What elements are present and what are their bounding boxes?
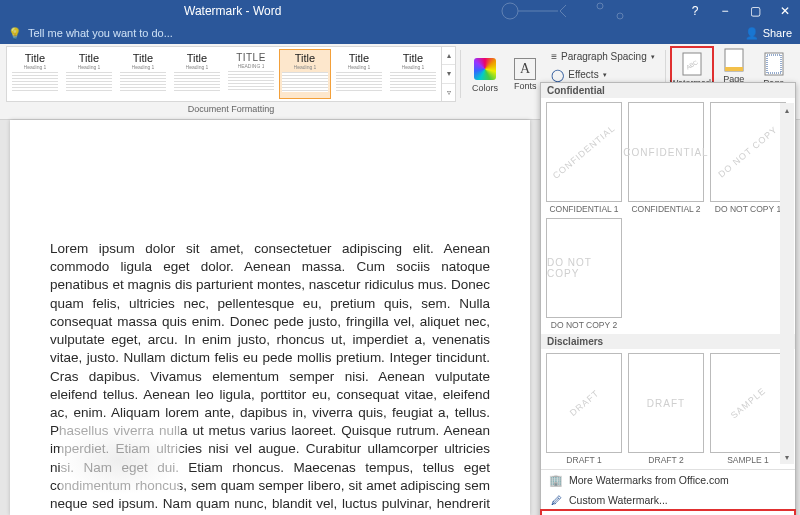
wm-caption: SAMPLE 1	[727, 455, 769, 465]
svg-point-1	[597, 3, 603, 9]
title-bar: Watermark - Word ? − ▢ ✕	[0, 0, 800, 22]
wm-thumb: CONFIDENTIAL	[628, 102, 704, 202]
gallery-scroll[interactable]: ▴ ▾ ▿	[442, 46, 456, 102]
scroll-down-icon[interactable]: ▾	[780, 450, 794, 464]
svg-rect-6	[725, 67, 743, 71]
tellme-input[interactable]: Tell me what you want to do...	[28, 27, 173, 39]
wm-thumb: DRAFT	[546, 353, 622, 453]
wm-text: CONFIDENTIAL	[623, 147, 708, 158]
close-button[interactable]: ✕	[770, 0, 800, 22]
document-page[interactable]: Lorem ipsum dolor sit amet, consectetuer…	[10, 120, 530, 515]
scroll-up-icon[interactable]: ▴	[780, 103, 794, 117]
gallery-more-icon[interactable]: ▿	[442, 84, 455, 101]
share-icon: 👤	[745, 27, 759, 40]
lightbulb-icon: 💡	[8, 27, 22, 40]
share-label: Share	[763, 27, 792, 39]
colors-label: Colors	[472, 84, 498, 93]
wm-section-header: Disclaimers	[541, 334, 795, 349]
window-title: Watermark - Word	[184, 4, 281, 18]
paragraph-spacing-button[interactable]: ≡Paragraph Spacing▾	[551, 48, 654, 65]
wm-thumb: DRAFT	[628, 353, 704, 453]
fonts-label: Fonts	[514, 82, 537, 91]
wm-item[interactable]: DO NOT COPYDO NOT COPY 1	[709, 102, 787, 214]
wm-text: DRAFT	[647, 398, 685, 409]
svg-rect-7	[765, 53, 783, 75]
watermark-menu: 🏢More Watermarks from Office.com 🖉Custom…	[541, 469, 795, 515]
office-icon: 🏢	[549, 473, 563, 487]
wm-item[interactable]: SAMPLESAMPLE 1	[709, 353, 787, 465]
watermark-icon: ABC	[679, 51, 705, 77]
style-thumb-6[interactable]: TitleHeading 1	[333, 49, 385, 99]
colors-icon	[472, 56, 498, 82]
maximize-button[interactable]: ▢	[740, 0, 770, 22]
tellme-bar: 💡 Tell me what you want to do... 👤 Share	[0, 22, 800, 44]
share-button[interactable]: 👤 Share	[745, 27, 792, 40]
style-thumb-7[interactable]: TitleHeading 1	[387, 49, 439, 99]
wm-text: CONFIDENTIAL	[551, 123, 617, 181]
wm-text: DO NOT COPY	[547, 257, 621, 279]
custom-watermark-item[interactable]: 🖉Custom Watermark...	[541, 490, 795, 510]
wm-thumb: CONFIDENTIAL	[546, 102, 622, 202]
document-body-text[interactable]: Lorem ipsum dolor sit amet, consectetuer…	[50, 240, 490, 515]
group-label: Document Formatting	[188, 104, 275, 114]
style-thumb-1[interactable]: TitleHeading 1	[63, 49, 115, 99]
paragraph-icon: ≡	[551, 51, 557, 62]
style-thumb-0[interactable]: TitleHeading 1	[9, 49, 61, 99]
fonts-icon: A	[514, 58, 536, 80]
panel-scrollbar[interactable]: ▴ ▾	[780, 103, 794, 464]
remove-watermark-item[interactable]: ✖Remove Watermark	[541, 510, 795, 515]
wm-section-header: Confidential	[541, 83, 795, 98]
style-thumb-5[interactable]: TitleHeading 1	[279, 49, 331, 99]
style-thumb-3[interactable]: TitleHeading 1	[171, 49, 223, 99]
wm-item[interactable]: CONFIDENTIALCONFIDENTIAL 1	[545, 102, 623, 214]
colors-button[interactable]: Colors	[465, 46, 505, 102]
style-thumb-4[interactable]: TITLEHEADING 1	[225, 49, 277, 99]
style-thumb-2[interactable]: TitleHeading 1	[117, 49, 169, 99]
wm-thumb: SAMPLE	[710, 353, 786, 453]
page-borders-icon	[761, 51, 787, 77]
wm-item[interactable]: DRAFTDRAFT 2	[627, 353, 705, 465]
wm-caption: DO NOT COPY 2	[551, 320, 617, 330]
effects-button[interactable]: ◯Effects▾	[551, 66, 654, 83]
gallery-up-icon[interactable]: ▴	[442, 47, 455, 65]
gallery-down-icon[interactable]: ▾	[442, 65, 455, 83]
wm-grid: CONFIDENTIALCONFIDENTIAL 1CONFIDENTIALCO…	[541, 98, 795, 334]
document-formatting-group: TitleHeading 1TitleHeading 1TitleHeading…	[6, 46, 456, 119]
decorative-circuit	[470, 0, 650, 22]
wm-grid: DRAFTDRAFT 1DRAFTDRAFT 2SAMPLESAMPLE 1	[541, 349, 795, 469]
watermark-gallery-panel: ConfidentialCONFIDENTIALCONFIDENTIAL 1CO…	[540, 82, 796, 515]
window-controls: ? − ▢ ✕	[680, 0, 800, 22]
page-color-icon	[721, 47, 747, 73]
effects-icon: ◯	[551, 68, 564, 82]
svg-point-2	[617, 13, 623, 19]
wm-text: DRAFT	[567, 388, 600, 418]
wm-item[interactable]: DO NOT COPYDO NOT COPY 2	[545, 218, 623, 330]
custom-icon: 🖉	[549, 493, 563, 507]
svg-point-0	[502, 3, 518, 19]
wm-caption: CONFIDENTIAL 1	[549, 204, 618, 214]
more-watermarks-item[interactable]: 🏢More Watermarks from Office.com	[541, 470, 795, 490]
wm-text: DO NOT COPY	[717, 124, 780, 179]
style-gallery[interactable]: TitleHeading 1TitleHeading 1TitleHeading…	[6, 46, 442, 102]
wm-thumb: DO NOT COPY	[546, 218, 622, 318]
minimize-button[interactable]: −	[710, 0, 740, 22]
help-button[interactable]: ?	[680, 0, 710, 22]
wm-caption: CONFIDENTIAL 2	[631, 204, 700, 214]
wm-caption: DRAFT 1	[566, 455, 601, 465]
wm-caption: DO NOT COPY 1	[715, 204, 781, 214]
wm-thumb: DO NOT COPY	[710, 102, 786, 202]
wm-text: SAMPLE	[728, 386, 767, 421]
wm-item[interactable]: CONFIDENTIALCONFIDENTIAL 2	[627, 102, 705, 214]
wm-caption: DRAFT 2	[648, 455, 683, 465]
wm-item[interactable]: DRAFTDRAFT 1	[545, 353, 623, 465]
